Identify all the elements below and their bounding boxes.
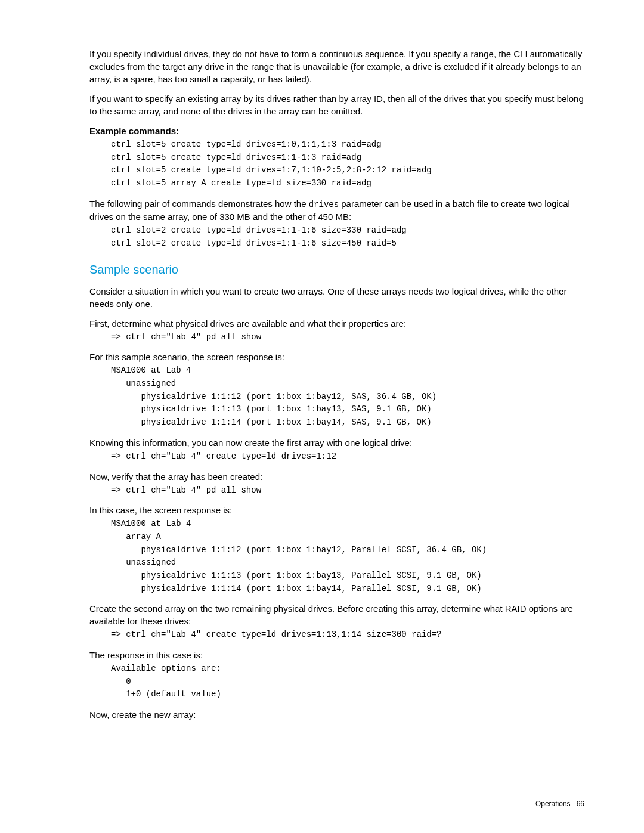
sample-block-6: In this case, the screen response is: MS… bbox=[89, 504, 584, 595]
pair-commands-text: The following pair of commands demonstra… bbox=[89, 197, 584, 224]
sample-block-4: Knowing this information, you can now cr… bbox=[89, 436, 584, 463]
pair-commands-code: ctrl slot=2 create type=ld drives=1:1-1:… bbox=[111, 224, 584, 250]
sample-paragraph-4: Knowing this information, you can now cr… bbox=[89, 436, 584, 449]
sample-code-7: => ctrl ch="Lab 4" create type=ld drives… bbox=[111, 628, 584, 642]
sample-code-2: => ctrl ch="Lab 4" pd all show bbox=[111, 331, 584, 344]
sample-paragraph-2: First, determine what physical drives ar… bbox=[89, 317, 584, 330]
sample-code-5: => ctrl ch="Lab 4" pd all show bbox=[111, 484, 584, 497]
page-footer: Operations 66 bbox=[535, 799, 584, 809]
sample-paragraph-9: Now, create the new array: bbox=[89, 708, 584, 721]
sample-code-4: => ctrl ch="Lab 4" create type=ld drives… bbox=[111, 450, 584, 463]
sample-paragraph-7: Create the second array on the two remai… bbox=[89, 602, 584, 627]
example-commands-code: ctrl slot=5 create type=ld drives=1:0,1:… bbox=[111, 138, 584, 190]
intro-paragraph-1: If you specify individual drives, they d… bbox=[89, 48, 584, 85]
document-page: If you specify individual drives, they d… bbox=[0, 0, 644, 833]
sample-paragraph-8: The response in this case is: bbox=[89, 649, 584, 661]
sample-paragraph-3: For this sample scenario, the screen res… bbox=[89, 351, 584, 363]
sample-block-7: Create the second array on the two remai… bbox=[89, 602, 584, 642]
sample-block-3: For this sample scenario, the screen res… bbox=[89, 351, 584, 429]
example-commands-heading: Example commands: bbox=[89, 125, 584, 137]
footer-section-label: Operations bbox=[535, 800, 571, 808]
sample-paragraph-6: In this case, the screen response is: bbox=[89, 504, 584, 516]
pair-prefix: The following pair of commands demonstra… bbox=[89, 199, 309, 209]
sample-code-8: Available options are: 0 1+0 (default va… bbox=[111, 662, 584, 701]
drives-inline-code: drives bbox=[309, 200, 339, 209]
sample-block-5: Now, verify that the array has been crea… bbox=[89, 470, 584, 497]
sample-paragraph-5: Now, verify that the array has been crea… bbox=[89, 470, 584, 483]
intro-paragraph-2: If you want to specify an existing array… bbox=[89, 92, 584, 117]
sample-block-2: First, determine what physical drives ar… bbox=[89, 317, 584, 344]
pair-commands-section: The following pair of commands demonstra… bbox=[89, 197, 584, 250]
sample-code-3: MSA1000 at Lab 4 unassigned physicaldriv… bbox=[111, 364, 584, 429]
example-commands-section: Example commands: ctrl slot=5 create typ… bbox=[89, 125, 584, 190]
sample-block-8: The response in this case is: Available … bbox=[89, 649, 584, 701]
sample-code-6: MSA1000 at Lab 4 array A physicaldrive 1… bbox=[111, 518, 584, 595]
sample-paragraph-1: Consider a situation in which you want t… bbox=[89, 285, 584, 310]
footer-page-number: 66 bbox=[577, 800, 584, 808]
sample-scenario-heading: Sample scenario bbox=[89, 261, 584, 278]
